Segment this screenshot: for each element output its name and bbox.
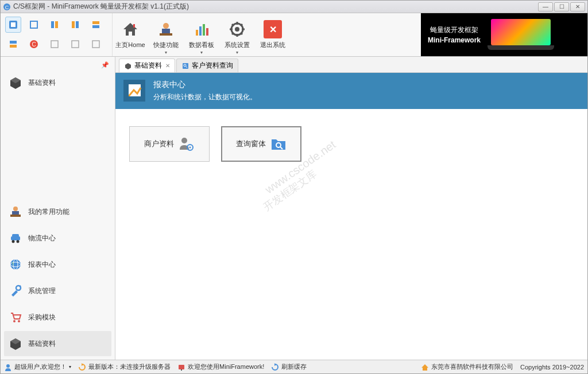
tools-icon <box>9 284 22 298</box>
status-welcome: 欢迎您使用MiniFramework! <box>177 363 264 371</box>
svg-rect-37 <box>12 211 19 215</box>
card-label: 商户资料 <box>144 139 174 149</box>
gear-icon <box>228 20 246 38</box>
settings-button[interactable]: 系统设置 ▾ <box>219 13 255 56</box>
status-user[interactable]: 超级用户,欢迎您！ ▾ <box>4 363 71 371</box>
svg-rect-22 <box>196 30 198 36</box>
qa-icon-6[interactable] <box>5 36 21 52</box>
sidebar-item-reports[interactable]: 报表中心 <box>4 252 111 277</box>
svg-rect-59 <box>179 365 184 369</box>
merchant-card[interactable]: 商户资料 <box>129 126 210 162</box>
card-grid: 商户资料 查询窗体 www.cscode.net 开发框架文库 <box>115 109 587 179</box>
svg-rect-9 <box>92 21 99 24</box>
svg-line-32 <box>232 24 234 26</box>
status-refresh[interactable]: 刷新缓存 <box>271 363 307 371</box>
quick-button[interactable]: 快捷功能 ▾ <box>148 13 184 56</box>
qa-icon-5[interactable] <box>88 17 104 33</box>
app-logo-icon: C <box>3 3 11 11</box>
tab-label: 基础资料 <box>134 61 162 71</box>
svg-point-40 <box>12 240 15 243</box>
sidebar-item-common[interactable]: 我的常用功能 <box>4 199 111 224</box>
users-gear-icon <box>179 136 195 152</box>
sidebar-item-system[interactable]: 系统管理 <box>4 278 111 303</box>
svg-rect-60 <box>181 369 182 371</box>
svg-rect-16 <box>72 41 79 48</box>
qa-icon-8[interactable] <box>47 36 63 52</box>
sidebar-top-label: 基础资料 <box>28 78 56 88</box>
svg-line-33 <box>241 33 242 34</box>
tab-label: 客户资料查询 <box>192 61 233 71</box>
chart-icon <box>192 20 211 38</box>
chevron-down-icon: ▾ <box>236 50 238 55</box>
sidebar-item-logistics[interactable]: 物流中心 <box>4 225 111 251</box>
svg-point-47 <box>13 320 16 322</box>
svg-rect-17 <box>92 41 99 48</box>
svg-point-27 <box>235 27 239 32</box>
svg-rect-24 <box>203 24 205 36</box>
tab-customer-query[interactable]: 客户资料查询 <box>176 59 238 72</box>
home-icon <box>421 363 429 371</box>
qa-icon-7[interactable]: C <box>26 36 42 52</box>
info-icon <box>177 363 185 371</box>
titlebar: C C/S框架网 - MiniFramework 蝇量级开发框架 v1.1(正式… <box>1 1 587 13</box>
svg-rect-12 <box>10 45 17 48</box>
svg-rect-23 <box>199 26 202 36</box>
banner-line1: 蝇量级开发框架 <box>428 25 481 35</box>
svg-rect-42 <box>12 234 19 237</box>
svg-rect-3 <box>11 22 16 27</box>
home-button[interactable]: 主页Home <box>113 13 148 56</box>
qa-icon-4[interactable] <box>67 17 83 33</box>
banner: 蝇量级开发框架 Mini-Framework <box>421 13 587 56</box>
sidebar-item-purchase[interactable]: 采购模块 <box>4 305 111 330</box>
qa-icon-10[interactable] <box>88 36 104 52</box>
minimize-button[interactable]: — <box>538 2 553 11</box>
cube-icon <box>9 337 22 350</box>
svg-rect-10 <box>92 25 99 28</box>
sidebar-item-label: 系统管理 <box>28 286 56 296</box>
qa-icon-3[interactable] <box>47 17 63 33</box>
sidebar-item-label: 我的常用功能 <box>28 207 69 217</box>
sidebar-top-item[interactable]: 基础资料 <box>4 70 111 95</box>
svg-rect-18 <box>133 24 135 28</box>
svg-point-48 <box>18 320 20 322</box>
svg-rect-39 <box>11 236 20 240</box>
cube-icon <box>9 76 22 89</box>
qa-icon-2[interactable] <box>26 17 42 33</box>
content-area: 基础资料 ✕ 客户资料查询 报表中心 分析和统计数据，让数据可视化。 商户资料 <box>115 57 587 360</box>
home-icon <box>121 20 140 38</box>
svg-point-19 <box>163 23 169 29</box>
statusbar: 超级用户,欢迎您！ ▾ 最新版本：未连接升级服务器 欢迎您使用MiniFrame… <box>1 360 587 373</box>
page-subtitle: 分析和统计数据，让数据可视化。 <box>153 92 257 102</box>
data-button[interactable]: 数据看板 ▾ <box>184 13 219 56</box>
ribbon-toolbar: C 主页Home 快捷功能 ▾ 数据看板 ▾ 系统设置 <box>1 13 587 57</box>
svg-rect-15 <box>51 41 58 48</box>
svg-rect-38 <box>10 215 21 217</box>
svg-rect-7 <box>72 21 75 28</box>
qa-icon-9[interactable] <box>67 36 83 52</box>
folder-search-icon <box>270 136 287 152</box>
page-header: 报表中心 分析和统计数据，让数据可视化。 <box>115 73 587 109</box>
laptop-image <box>486 17 555 53</box>
search-doc-icon <box>181 62 189 70</box>
pin-icon[interactable]: 📌 <box>101 61 109 69</box>
tab-basic[interactable]: 基础资料 ✕ <box>119 59 175 72</box>
sidebar-item-basic[interactable]: 基础资料 <box>4 331 111 356</box>
svg-rect-6 <box>55 21 58 28</box>
qa-icon-1[interactable] <box>5 17 21 33</box>
maximize-button[interactable]: ☐ <box>554 2 569 11</box>
svg-line-34 <box>232 33 234 34</box>
user-icon <box>4 363 12 371</box>
chevron-down-icon: ▾ <box>69 364 71 369</box>
tab-close-icon[interactable]: ✕ <box>165 63 170 69</box>
svg-rect-11 <box>10 41 17 44</box>
sidebar: 📌 基础资料 我的常用功能 物流中心 报表中心 <box>1 57 115 360</box>
quick-label: 快捷功能 <box>153 41 179 49</box>
query-window-card[interactable]: 查询窗体 <box>221 126 301 162</box>
sidebar-item-label: 物流中心 <box>28 233 56 243</box>
svg-line-35 <box>241 24 242 26</box>
exit-button[interactable]: ✕ 退出系统 <box>255 13 291 56</box>
quick-access-grid: C <box>1 13 113 56</box>
svg-rect-21 <box>160 33 172 36</box>
user-desk-icon <box>157 20 175 38</box>
close-button[interactable]: ✕ <box>570 2 585 11</box>
